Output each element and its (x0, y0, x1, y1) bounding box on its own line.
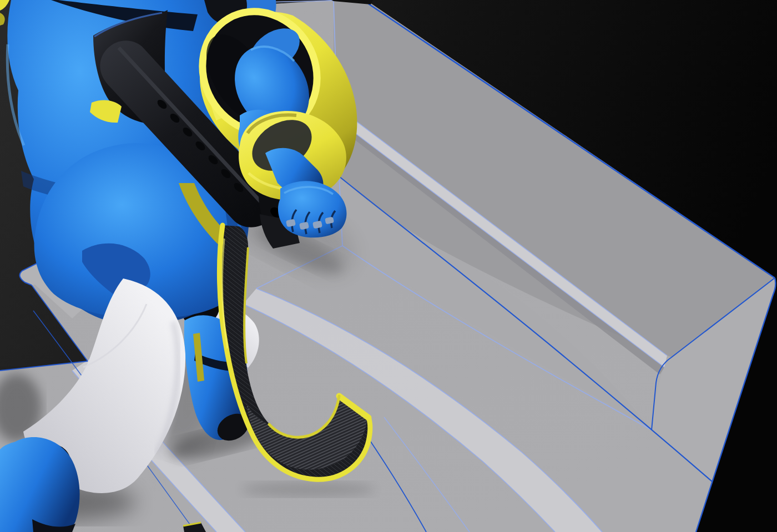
hook-shadow (241, 482, 375, 496)
render-canvas (0, 0, 777, 532)
render-viewport (0, 0, 777, 532)
